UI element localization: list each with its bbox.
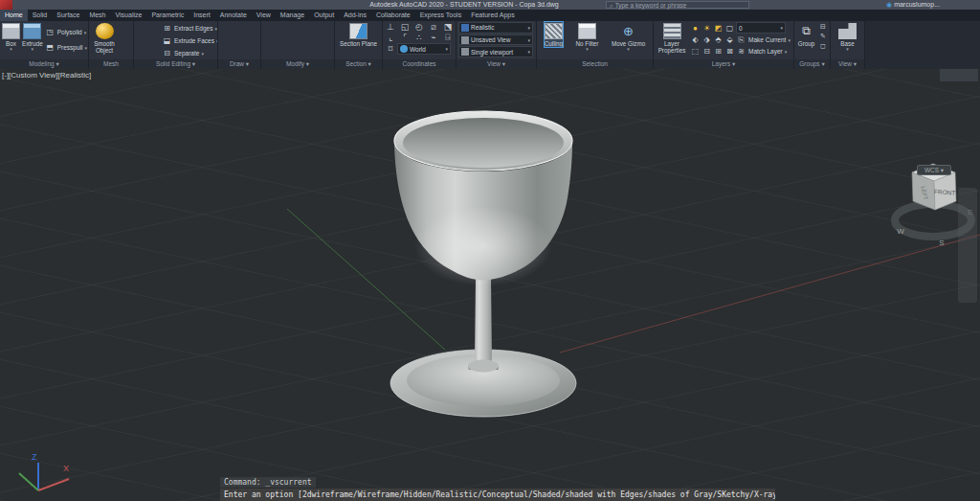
command-input-line[interactable]: Enter an option [2dwireframe/Wireframe/H… — [220, 489, 775, 501]
tab-visualize[interactable]: Visualize — [111, 10, 147, 21]
extract-edges-button[interactable]: ⊞Extract Edges — [162, 22, 217, 34]
point-icon[interactable] — [247, 47, 258, 58]
search-input[interactable]: ⌕ Type a keyword or phrase — [606, 1, 749, 9]
viewport-canvas[interactable]: [-][Custom View][Realistic] — [0, 69, 980, 501]
signed-in-user[interactable]: ◉ marcuslumop... — [886, 0, 940, 10]
fillet-icon[interactable] — [291, 34, 302, 46]
tab-view[interactable]: View — [252, 10, 276, 21]
ucs-show-icon[interactable]: ⌑ — [385, 44, 396, 55]
tab-mesh[interactable]: Mesh — [84, 10, 110, 21]
viewport-config-dropdown[interactable]: Single viewport▾ — [458, 46, 533, 57]
extrude-button[interactable]: Extrude — [22, 22, 43, 51]
presspull-button[interactable]: ⬒Presspull — [45, 41, 87, 54]
make-current-button[interactable]: ⎘ Make Current — [736, 34, 791, 45]
box-button[interactable]: Box — [2, 22, 20, 51]
mirror-icon[interactable] — [277, 34, 288, 46]
group-edit-icon[interactable]: ✎ — [818, 32, 828, 41]
ucs-zaxis-icon[interactable]: ⌜ — [399, 33, 411, 43]
rectangle-icon[interactable] — [234, 34, 245, 46]
ucs-3point-icon[interactable]: ∴ — [413, 33, 425, 43]
tab-solid[interactable]: Solid — [28, 10, 53, 21]
layer-walk-icon[interactable]: ⬚ — [690, 46, 701, 57]
layer-delete-icon[interactable]: ⊠ — [724, 46, 735, 57]
interfere-icon[interactable] — [136, 47, 147, 58]
tab-home[interactable]: Home — [0, 10, 28, 21]
no-filter-button[interactable]: No Filter — [576, 22, 599, 51]
smooth-less-icon[interactable] — [120, 34, 131, 45]
extrude-faces-button[interactable]: ⬓Extrude Faces — [162, 34, 217, 47]
ucs-world-icon[interactable]: ◴ — [413, 22, 425, 33]
ungroup-icon[interactable]: ⊟ — [818, 22, 828, 32]
layer-vpfreeze-icon[interactable]: ⊟ — [702, 46, 712, 57]
refine-mesh-icon[interactable] — [120, 45, 131, 57]
layer-unisolate-icon[interactable]: ⬗ — [702, 34, 712, 45]
ellipse-icon[interactable] — [247, 34, 258, 46]
offset-icon[interactable] — [291, 47, 302, 58]
group-toggle-icon[interactable]: ◻ — [818, 41, 828, 51]
ucs-dropdown[interactable]: World▾ — [397, 43, 451, 55]
stretch-icon[interactable] — [305, 47, 317, 58]
tab-addins[interactable]: Add-ins — [339, 10, 371, 21]
ucs-named-icon[interactable]: ⍈ — [442, 33, 454, 43]
layer-off-icon[interactable]: ● — [690, 23, 701, 34]
copy-icon[interactable] — [262, 34, 274, 46]
tab-insert[interactable]: Insert — [189, 10, 215, 21]
polyline-icon[interactable] — [234, 22, 245, 34]
polysolid-button[interactable]: ◳Polysolid — [45, 26, 87, 38]
goblet-model[interactable] — [390, 111, 576, 417]
subtract-icon[interactable] — [148, 22, 160, 34]
rotate-icon[interactable] — [277, 22, 288, 34]
tab-annotate[interactable]: Annotate — [215, 10, 252, 21]
layer-dropdown[interactable]: 0▾ — [736, 22, 786, 34]
section-plane-button[interactable]: Section Plane — [340, 22, 378, 47]
layer-freeze-icon[interactable]: ☀ — [702, 23, 712, 34]
trim-icon[interactable] — [291, 22, 302, 34]
culling-button[interactable]: Culling — [545, 22, 563, 47]
match-layer-button[interactable]: ≋ Match Layer — [736, 46, 787, 57]
visual-style-dropdown[interactable]: Realistic▾ — [458, 22, 533, 34]
smooth-object-button[interactable]: Smooth Object — [91, 22, 118, 54]
explode-icon[interactable] — [277, 47, 288, 58]
intersect-icon[interactable] — [136, 34, 147, 46]
ucs-icon[interactable]: ⊥ — [385, 22, 396, 33]
move-gizmo-button[interactable]: ⊕ Move Gizmo — [612, 22, 645, 51]
erase-icon[interactable] — [262, 47, 274, 58]
layer-freeze2-icon[interactable]: ⬘ — [713, 34, 724, 45]
layer-properties-button[interactable]: Layer Properties — [656, 22, 688, 54]
group-button[interactable]: ⧉ Group — [796, 22, 816, 47]
smooth-icon[interactable] — [320, 34, 331, 46]
region-icon[interactable] — [234, 47, 245, 58]
tab-featured-apps[interactable]: Featured Apps — [466, 10, 520, 21]
break-icon[interactable] — [320, 47, 331, 58]
layer-color-icon[interactable]: ▢ — [724, 23, 735, 34]
arc-icon[interactable] — [220, 34, 232, 46]
tab-express-tools[interactable]: Express Tools — [415, 10, 466, 21]
layer-lock-icon[interactable]: ◩ — [713, 23, 724, 34]
layer-lock2-icon[interactable]: ⬙ — [724, 34, 735, 45]
ucs-face-icon[interactable]: ⬔ — [442, 22, 454, 33]
wcs-dropdown[interactable]: WCS ▾ — [917, 165, 951, 175]
hatch-icon[interactable] — [220, 47, 232, 58]
line-icon[interactable] — [220, 22, 232, 34]
tab-parametric[interactable]: Parametric — [146, 10, 189, 21]
circle-icon[interactable] — [247, 22, 258, 34]
ucs-x-icon[interactable]: ⌁ — [428, 33, 439, 43]
ucs-origin-icon[interactable]: ⌞ — [385, 33, 396, 43]
tab-collaborate[interactable]: Collaborate — [371, 10, 415, 21]
named-view-dropdown[interactable]: Unsaved View▾ — [458, 34, 533, 46]
ucs-previous-icon[interactable]: ◱ — [399, 22, 411, 33]
union-icon[interactable] — [136, 22, 147, 34]
smooth-more-icon[interactable] — [120, 22, 131, 34]
3d-align-icon[interactable] — [320, 22, 331, 34]
tab-surface[interactable]: Surface — [52, 10, 84, 21]
base-button[interactable]: Base — [838, 22, 857, 51]
layer-isolate-icon[interactable]: ⬖ — [690, 34, 701, 45]
tab-manage[interactable]: Manage — [276, 10, 309, 21]
layer-merge-icon[interactable]: ⊞ — [713, 46, 724, 57]
separate-button[interactable]: ⊟Separate — [162, 47, 217, 59]
app-menu-button[interactable] — [0, 0, 12, 10]
slice-icon[interactable] — [148, 34, 160, 46]
ucs-object-icon[interactable]: ⧄ — [428, 22, 439, 33]
shell-icon[interactable] — [148, 47, 160, 58]
move-icon[interactable] — [262, 22, 274, 34]
